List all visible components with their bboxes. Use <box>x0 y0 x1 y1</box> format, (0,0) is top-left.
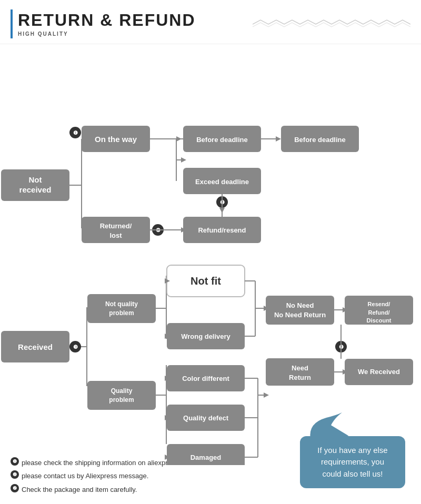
not-received-label: Not <box>29 175 42 184</box>
svg-text:received: received <box>19 185 52 194</box>
quality-problem-box <box>87 381 156 410</box>
bubble-swoosh <box>305 412 347 439</box>
received-label: Received <box>18 342 53 351</box>
not-quality-problem-box <box>87 294 156 323</box>
damaged-label: Damaged <box>191 453 222 461</box>
refund-resend-label: Refund/resend <box>198 226 246 234</box>
no-need-return-box <box>266 296 334 325</box>
svg-text:Resend/: Resend/ <box>368 301 390 307</box>
info-bubble: If you have any else requirements, you c… <box>300 436 405 489</box>
color-different-label: Color different <box>182 375 229 382</box>
no-need-return-label: No Need Return <box>274 311 326 319</box>
not-fit-label: Not fit <box>191 275 221 287</box>
quality-defect-label: Quality defect <box>183 414 229 422</box>
decoration-zigzag <box>253 19 410 29</box>
svg-text:No Need: No Need <box>286 301 314 309</box>
quality-problem-label: problem <box>109 396 134 404</box>
page-subtitle: HIGH QUALITY <box>18 31 196 37</box>
svg-text:Returned/: Returned/ <box>100 222 132 230</box>
svg-rect-59 <box>266 358 334 386</box>
main-diagram: Not received ❶ On the way Before deadlin… <box>0 55 421 465</box>
exceed-deadline-label: Exceed deadline <box>195 178 249 186</box>
before-deadline-label-1: Before deadline <box>196 136 248 144</box>
on-the-way-label: On the way <box>95 135 137 144</box>
resend-refund-label: Discount <box>366 317 391 324</box>
svg-text:Refund/: Refund/ <box>368 309 390 316</box>
svg-marker-7 <box>276 136 281 142</box>
we-received-label: We Received <box>358 368 400 376</box>
note-text-3: Check the package and item carefully. <box>22 483 137 496</box>
svg-marker-54 <box>264 392 269 398</box>
returned-lost-label: lost <box>109 231 122 239</box>
page-title: RETURN & REFUND <box>18 11 196 29</box>
svg-text:❶: ❶ <box>73 130 78 136</box>
svg-marker-9 <box>181 157 186 163</box>
svg-text:Return: Return <box>289 374 311 381</box>
header-decoration <box>253 16 410 32</box>
header-text: RETURN & REFUND HIGH QUALITY <box>18 11 196 36</box>
before-deadline-label-2: Before deadline <box>294 136 346 144</box>
bubble-text: If you have any else requirements, you c… <box>317 446 387 478</box>
not-quality-problem-label: problem <box>109 309 134 317</box>
svg-text:❸: ❸ <box>73 344 78 350</box>
svg-text:Need: Need <box>292 364 308 372</box>
note-badge-3: ❷ <box>11 484 19 492</box>
header: RETURN & REFUND HIGH QUALITY <box>0 0 421 44</box>
header-accent-bar <box>11 9 13 38</box>
diagram-section: Not received ❶ On the way Before deadlin… <box>0 49 421 472</box>
svg-text:Not quality: Not quality <box>105 300 138 308</box>
wrong-delivery-label: Wrong delivery <box>181 332 230 340</box>
svg-text:Quality: Quality <box>111 387 133 395</box>
